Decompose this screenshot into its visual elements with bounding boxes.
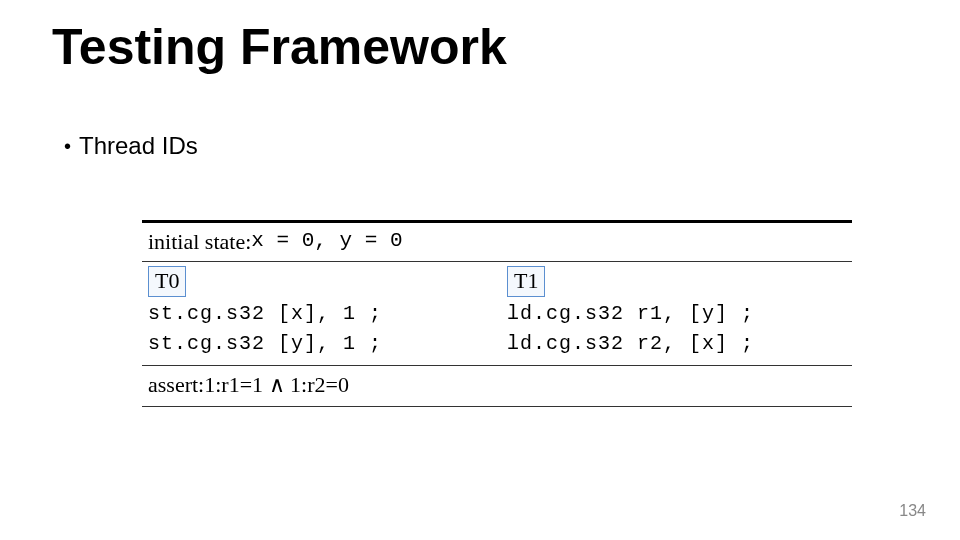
rule-bottom <box>142 406 852 407</box>
slide-title: Testing Framework <box>52 18 507 76</box>
initial-state-row: initial state: x = 0, y = 0 <box>142 223 852 261</box>
bullet-text: Thread IDs <box>79 132 198 160</box>
thread-t0-label: T0 <box>148 266 186 297</box>
code-grid: T0 st.cg.s32 [x], 1 ; st.cg.s32 [y], 1 ;… <box>142 262 852 365</box>
initial-prefix: initial state: <box>148 229 251 255</box>
t1-line-0: ld.cg.s32 r1, [y] ; <box>507 299 846 329</box>
initial-vars: x = 0, y = 0 <box>251 229 402 252</box>
assert-row: assert: 1:r1=1 ∧ 1:r2=0 <box>142 366 852 406</box>
bullet-item: • Thread IDs <box>64 132 198 160</box>
thread-t1-label: T1 <box>507 266 545 297</box>
bullet-marker: • <box>64 136 71 156</box>
thread-t1-col: T1 ld.cg.s32 r1, [y] ; ld.cg.s32 r2, [x]… <box>507 266 846 359</box>
assert-expr: 1:r1=1 ∧ 1:r2=0 <box>204 372 349 398</box>
t1-line-1: ld.cg.s32 r2, [x] ; <box>507 329 846 359</box>
thread-t0-col: T0 st.cg.s32 [x], 1 ; st.cg.s32 [y], 1 ; <box>148 266 487 359</box>
slide: Testing Framework • Thread IDs initial s… <box>0 0 960 540</box>
t0-line-0: st.cg.s32 [x], 1 ; <box>148 299 487 329</box>
t0-line-1: st.cg.s32 [y], 1 ; <box>148 329 487 359</box>
litmus-figure: initial state: x = 0, y = 0 T0 st.cg.s32… <box>142 220 852 407</box>
assert-prefix: assert: <box>148 372 204 398</box>
page-number: 134 <box>899 502 926 520</box>
